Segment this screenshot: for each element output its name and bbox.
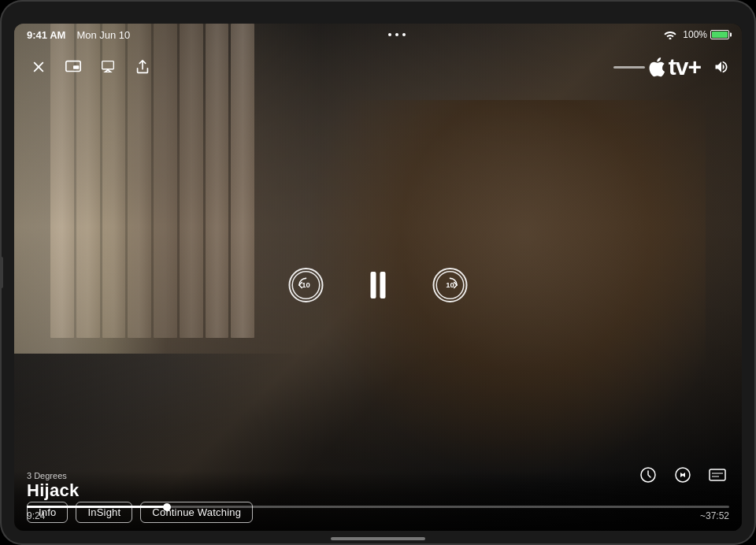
show-title: Hijack <box>27 480 729 501</box>
airplay-icon <box>99 58 117 76</box>
center-controls: 10 10 <box>289 268 468 302</box>
status-date: Mon Jun 10 <box>76 29 130 41</box>
audio-button[interactable] <box>671 463 695 487</box>
volume-bar <box>613 66 645 69</box>
bottom-right-controls <box>636 463 729 487</box>
audio-icon <box>673 465 692 484</box>
top-controls: tv+ <box>14 49 742 85</box>
subtitles-icon <box>708 465 727 484</box>
airplay-button[interactable] <box>96 55 120 79</box>
subtitles-button[interactable] <box>706 463 729 487</box>
pause-button[interactable] <box>371 272 386 298</box>
close-button[interactable] <box>27 55 50 79</box>
svg-text:10: 10 <box>302 280 310 289</box>
side-handle <box>0 257 3 288</box>
bottom-action-buttons: Info InSight Continue Watching <box>27 502 253 523</box>
volume-icon <box>713 59 729 75</box>
pip-icon <box>65 58 82 76</box>
ipad-frame: 9:41 AM Mon Jun 10 100% <box>0 0 756 545</box>
insight-button[interactable]: InSight <box>76 502 132 523</box>
screen: 9:41 AM Mon Jun 10 100% <box>14 24 742 531</box>
show-info: 3 Degrees Hijack <box>27 471 729 501</box>
show-subtitle: 3 Degrees <box>27 471 729 480</box>
pause-icon <box>371 272 386 298</box>
info-button[interactable]: Info <box>27 502 68 523</box>
svg-rect-8 <box>710 469 725 480</box>
svg-text:10: 10 <box>446 280 454 289</box>
share-icon <box>134 58 151 76</box>
wifi-icon <box>664 30 676 39</box>
continue-watching-button[interactable]: Continue Watching <box>140 502 253 523</box>
battery-fill <box>712 32 728 38</box>
tv-plus-text: tv+ <box>669 55 701 79</box>
playback-speed-button[interactable] <box>636 463 660 487</box>
remaining-time: ~37:52 <box>700 510 729 521</box>
top-left-controls <box>27 55 154 79</box>
apple-tv-logo: tv+ <box>613 55 729 79</box>
status-bar: 9:41 AM Mon Jun 10 100% <box>14 24 742 46</box>
battery-icon <box>710 30 729 39</box>
rewind-icon: 10 <box>291 270 321 300</box>
battery-indicator: 100% <box>683 29 729 40</box>
rewind-button[interactable]: 10 <box>289 268 324 302</box>
status-right: 100% <box>664 29 729 40</box>
status-center-dots <box>388 33 406 36</box>
svg-rect-1 <box>73 65 79 69</box>
volume-control <box>713 59 729 75</box>
close-icon <box>30 58 47 76</box>
share-button[interactable] <box>131 55 154 79</box>
battery-percent: 100% <box>683 29 707 40</box>
forward-button[interactable]: 10 <box>433 268 468 302</box>
apple-logo-icon <box>648 57 665 77</box>
pip-button[interactable] <box>61 55 85 79</box>
home-indicator <box>331 537 425 540</box>
speed-icon <box>639 465 658 484</box>
status-time: 9:41 AM <box>27 29 65 41</box>
forward-icon: 10 <box>435 270 465 300</box>
